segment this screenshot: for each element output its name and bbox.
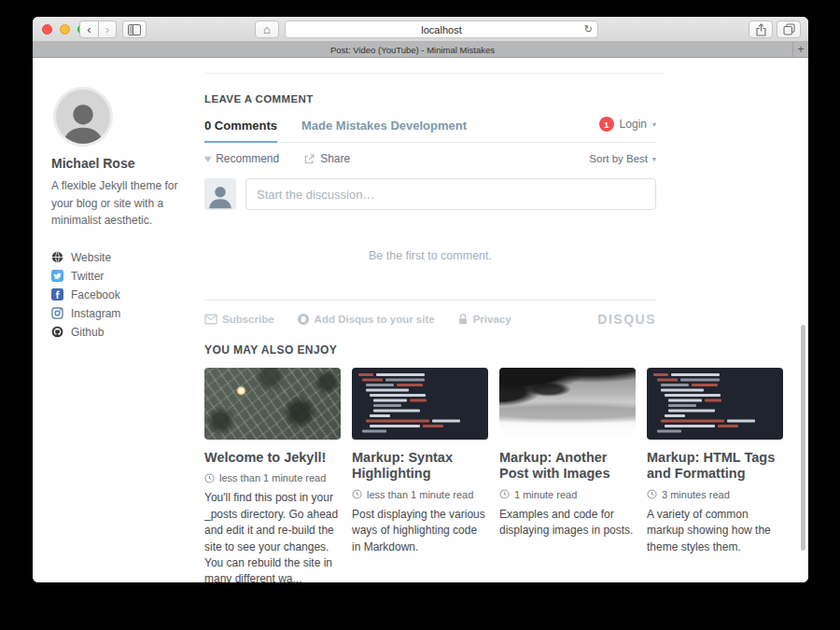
read-time: 1 minute read — [514, 489, 577, 500]
author-name: Michael Rose — [51, 156, 196, 171]
add-disqus-link[interactable]: Add Disqus to your site — [297, 313, 435, 326]
author-link-facebook[interactable]: Facebook — [51, 286, 196, 304]
author-link-twitter[interactable]: Twitter — [51, 267, 196, 286]
show-tabs-button[interactable] — [777, 21, 801, 38]
author-link-label: Github — [71, 326, 104, 339]
post-meta: 1 minute read — [499, 489, 636, 500]
related-post-card: Welcome to Jekyll! less than 1 minute re… — [204, 368, 341, 582]
share-arrow-icon — [303, 153, 315, 165]
disqus-logo[interactable]: DISQUS — [597, 312, 656, 327]
read-time: less than 1 minute read — [367, 489, 473, 500]
login-control[interactable]: 1 Login ▾ — [599, 117, 656, 132]
related-cards: Welcome to Jekyll! less than 1 minute re… — [204, 368, 785, 582]
post-meta: less than 1 minute read — [204, 472, 341, 483]
active-tab[interactable]: Post: Video (YouTube) - Minimal Mistakes — [33, 42, 792, 57]
close-window-button[interactable] — [42, 24, 52, 35]
author-link-github[interactable]: Github — [51, 323, 196, 342]
sidebar-toggle-button[interactable] — [122, 21, 147, 38]
chevron-down-icon: ▾ — [652, 155, 656, 163]
related-heading: YOU MAY ALSO ENJOY — [204, 343, 785, 357]
sort-control[interactable]: Sort by Best ▾ — [589, 153, 656, 164]
sidebar-icon — [128, 24, 141, 35]
clock-icon — [647, 489, 657, 499]
home-button[interactable]: ⌂ — [255, 21, 279, 38]
read-time: less than 1 minute read — [219, 472, 326, 483]
empty-comments-message: Be the first to comment. — [204, 249, 656, 262]
new-tab-button[interactable]: + — [792, 42, 808, 57]
person-icon — [206, 182, 234, 210]
code-lines-decoration — [647, 368, 783, 440]
home-icon: ⌂ — [263, 22, 271, 36]
person-icon — [56, 95, 110, 147]
address-bar[interactable]: localhost ↻ — [285, 21, 598, 38]
chevron-down-icon: ▾ — [652, 120, 656, 129]
author-link-label: Twitter — [71, 270, 104, 283]
notification-badge: 1 — [599, 117, 614, 132]
tab-community-name[interactable]: Made Mistakes Development — [301, 119, 467, 133]
post-title[interactable]: Welcome to Jekyll! — [204, 450, 341, 466]
envelope-icon — [204, 314, 217, 325]
login-label: Login — [620, 118, 647, 131]
disqus-actions: ♥ Recommend Share Sort by Best ▾ — [204, 150, 656, 167]
post-thumbnail-moss-photo[interactable] — [204, 368, 341, 440]
minimize-window-button[interactable] — [60, 24, 70, 35]
clock-icon — [499, 489, 510, 499]
heart-icon: ♥ — [204, 152, 211, 165]
comment-compose — [204, 178, 656, 210]
url-text: localhost — [421, 24, 461, 35]
author-link-label: Facebook — [71, 288, 120, 301]
browser-toolbar: ‹ › ⌂ localhost ↻ — [33, 17, 808, 42]
tab-bar: Post: Video (YouTube) - Minimal Mistakes… — [33, 42, 808, 58]
commenter-avatar — [204, 178, 236, 210]
sort-label: Sort by Best — [589, 153, 648, 164]
subscribe-link[interactable]: Subscribe — [204, 314, 274, 325]
scrollbar-thumb[interactable] — [801, 325, 805, 551]
forward-icon: › — [105, 23, 109, 35]
related-post-card: Markup: Syntax Highlighting less than 1 … — [352, 368, 488, 582]
author-link-label: Website — [71, 251, 111, 264]
code-lines-decoration — [352, 368, 488, 440]
author-profile: Michael Rose A flexible Jekyll theme for… — [51, 87, 196, 342]
related-post-card: Markup: Another Post with Images 1 minut… — [499, 368, 636, 582]
desktop-background: ‹ › ⌂ localhost ↻ Post: Video (YouTube) … — [0, 0, 840, 630]
share-button[interactable]: Share — [320, 152, 350, 165]
post-excerpt: A variety of common markup showing how t… — [647, 507, 783, 555]
disqus-footer: Subscribe Add Disqus to your site Privac… — [204, 300, 656, 326]
privacy-label: Privacy — [473, 314, 511, 325]
tab-comment-count[interactable]: 0 Comments — [204, 119, 277, 143]
author-link-website[interactable]: Website — [51, 248, 196, 267]
share-page-button[interactable] — [749, 21, 773, 38]
back-button[interactable]: ‹ — [79, 21, 98, 38]
forward-button[interactable]: › — [98, 21, 117, 38]
post-title[interactable]: Markup: Another Post with Images — [499, 450, 636, 483]
author-link-label: Instagram — [71, 307, 120, 320]
nav-buttons: ‹ › — [79, 21, 117, 38]
reload-button[interactable]: ↻ — [584, 21, 593, 37]
post-title[interactable]: Markup: Syntax Highlighting — [352, 450, 488, 483]
post-title[interactable]: Markup: HTML Tags and Formatting — [647, 450, 783, 483]
recommend-button[interactable]: Recommend — [216, 152, 279, 165]
page-content: Michael Rose A flexible Jekyll theme for… — [33, 58, 808, 582]
github-icon — [51, 326, 63, 338]
comments-heading: LEAVE A COMMENT — [204, 58, 656, 105]
add-disqus-label: Add Disqus to your site — [315, 314, 435, 325]
tab-title: Post: Video (YouTube) - Minimal Mistakes — [330, 45, 495, 55]
post-thumbnail-fog-photo[interactable] — [499, 368, 636, 440]
author-avatar — [53, 87, 113, 147]
read-time: 3 minutes read — [662, 489, 730, 500]
facebook-icon — [51, 288, 63, 301]
post-meta: 3 minutes read — [647, 489, 783, 500]
author-link-instagram[interactable]: Instagram — [51, 304, 196, 323]
comment-input[interactable] — [245, 178, 656, 210]
comments-section: LEAVE A COMMENT 0 Comments Made Mistakes… — [204, 58, 656, 326]
clock-icon — [352, 489, 362, 499]
subscribe-label: Subscribe — [222, 314, 274, 325]
privacy-link[interactable]: Privacy — [457, 313, 511, 326]
post-thumbnail-code-screenshot[interactable] — [352, 368, 488, 440]
reload-icon: ↻ — [584, 23, 593, 35]
author-links: Website Twitter Facebook Instagram — [51, 248, 196, 342]
post-thumbnail-code-screenshot[interactable] — [647, 368, 783, 440]
back-icon: ‹ — [87, 23, 91, 35]
post-meta: less than 1 minute read — [352, 489, 488, 500]
lock-icon — [457, 313, 469, 326]
